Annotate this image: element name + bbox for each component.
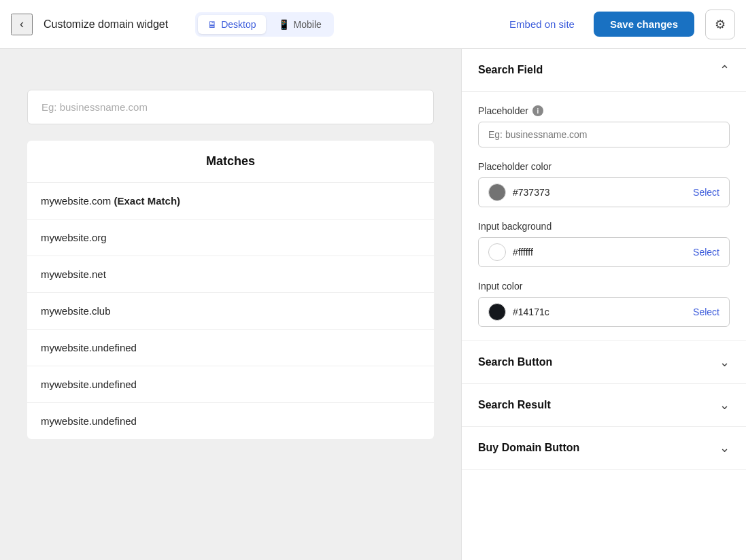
chevron-up-icon: ⌃ [719,63,730,77]
mobile-icon: 📱 [278,19,290,30]
input-color-row: #14171c Select [478,297,730,327]
search-field-title: Search Field [478,64,543,76]
placeholder-color-label: Placeholder color [478,161,730,172]
input-color-label: Input color [478,281,730,292]
placeholder-color-value: #737373 [513,187,693,198]
input-color-value: #14171c [513,307,693,317]
main-content: Eg: businessname.com Matches mywebsite.c… [0,49,746,560]
chevron-down-icon: ⌄ [719,355,730,370]
input-color-select-button[interactable]: Select [693,307,719,317]
gear-button[interactable]: ⚙ [705,10,735,39]
exact-match-label: (Exact Match) [111,195,180,207]
back-icon: ‹ [20,17,24,31]
chevron-down-icon: ⌄ [719,398,730,413]
match-text: mywebsite.undefined [41,415,137,427]
desktop-label: Desktop [221,19,256,30]
search-field-content: Placeholder i Placeholder color #737373 … [462,92,746,341]
page-title: Customize domain widget [44,18,168,31]
list-item: mywebsite.club [27,293,434,330]
list-item: mywebsite.undefined [27,403,434,439]
chevron-down-icon: ⌄ [719,440,730,455]
match-text: mywebsite.undefined [41,342,137,353]
search-button-section-header[interactable]: Search Button ⌄ [462,341,746,384]
matches-section: Matches mywebsite.com (Exact Match) mywe… [27,141,434,439]
view-toggle: 🖥 Desktop 📱 Mobile [195,12,334,37]
back-button[interactable]: ‹ [11,14,33,35]
buy-domain-section-header[interactable]: Buy Domain Button ⌄ [462,427,746,470]
gear-icon: ⚙ [715,17,726,32]
preview-search-input: Eg: businessname.com [27,90,434,124]
input-bg-color-row: #ffffff Select [478,237,730,267]
mobile-label: Mobile [294,19,322,30]
input-bg-select-button[interactable]: Select [693,247,719,258]
buy-domain-title: Buy Domain Button [478,442,579,454]
search-field-section-header[interactable]: Search Field ⌃ [462,49,746,92]
input-bg-label: Input background [478,221,730,232]
input-bg-color-swatch [488,243,506,261]
list-item: mywebsite.com (Exact Match) [27,183,434,220]
header: ‹ Customize domain widget 🖥 Desktop 📱 Mo… [0,0,746,49]
list-item: mywebsite.org [27,220,434,256]
save-button[interactable]: Save changes [594,12,694,37]
placeholder-color-row: #737373 Select [478,177,730,207]
search-result-section-header[interactable]: Search Result ⌄ [462,384,746,427]
search-result-title: Search Result [478,399,551,411]
info-icon[interactable]: i [532,105,543,116]
match-text: mywebsite.org [41,232,107,243]
match-text: mywebsite.net [41,268,106,280]
desktop-view-button[interactable]: 🖥 Desktop [198,15,265,34]
placeholder-color-select-button[interactable]: Select [693,187,719,198]
list-item: mywebsite.undefined [27,330,434,366]
match-text: mywebsite.com [41,195,111,207]
desktop-icon: 🖥 [207,19,217,30]
list-item: mywebsite.undefined [27,366,434,403]
mobile-view-button[interactable]: 📱 Mobile [269,15,331,34]
preview-panel: Eg: businessname.com Matches mywebsite.c… [0,49,461,560]
placeholder-color-swatch [488,183,506,201]
search-button-title: Search Button [478,356,552,368]
placeholder-label: Placeholder i [478,105,730,116]
match-text: mywebsite.undefined [41,379,137,390]
list-item: mywebsite.net [27,256,434,293]
matches-title: Matches [27,141,434,183]
match-text: mywebsite.club [41,305,111,317]
input-color-swatch [488,303,506,321]
input-bg-color-value: #ffffff [513,247,693,258]
embed-button[interactable]: Embed on site [501,13,583,35]
placeholder-input[interactable] [478,122,730,147]
settings-panel: Search Field ⌃ Placeholder i Placeholder… [461,49,746,560]
